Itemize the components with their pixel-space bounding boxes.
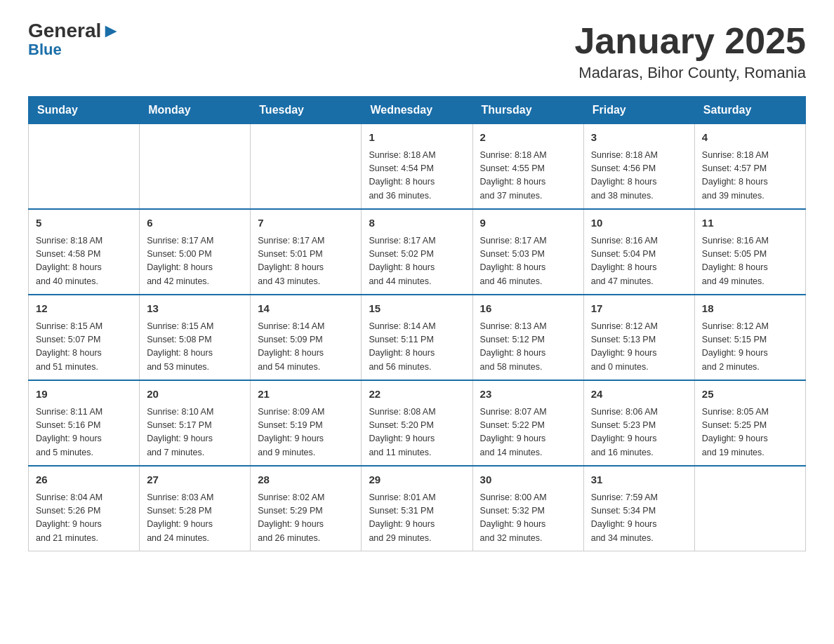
day-number: 27 — [147, 472, 243, 488]
calendar-day-24: 24Sunrise: 8:06 AMSunset: 5:23 PMDayligh… — [583, 380, 694, 466]
day-info: Sunrise: 8:10 AMSunset: 5:17 PMDaylight:… — [147, 405, 243, 460]
day-number: 10 — [591, 215, 687, 232]
subtitle: Madaras, Bihor County, Romania — [574, 64, 806, 82]
day-info: Sunrise: 8:17 AMSunset: 5:00 PMDaylight:… — [147, 234, 243, 289]
day-number: 6 — [147, 215, 243, 232]
calendar-day-6: 6Sunrise: 8:17 AMSunset: 5:00 PMDaylight… — [140, 209, 251, 295]
calendar-header-friday: Friday — [583, 97, 694, 124]
calendar-day-3: 3Sunrise: 8:18 AMSunset: 4:56 PMDaylight… — [583, 124, 694, 210]
day-info: Sunrise: 8:18 AMSunset: 4:55 PMDaylight:… — [480, 149, 576, 203]
day-info: Sunrise: 8:18 AMSunset: 4:56 PMDaylight:… — [591, 149, 687, 203]
calendar-day-18: 18Sunrise: 8:12 AMSunset: 5:15 PMDayligh… — [694, 295, 805, 380]
day-number: 7 — [258, 215, 354, 232]
day-info: Sunrise: 8:05 AMSunset: 5:25 PMDaylight:… — [702, 405, 798, 460]
calendar-header-monday: Monday — [140, 97, 251, 124]
day-number: 26 — [36, 472, 132, 488]
day-number: 24 — [591, 387, 687, 403]
day-number: 30 — [480, 472, 576, 488]
day-info: Sunrise: 8:13 AMSunset: 5:12 PMDaylight:… — [480, 320, 576, 375]
calendar-header-thursday: Thursday — [472, 97, 583, 124]
day-info: Sunrise: 8:18 AMSunset: 4:58 PMDaylight:… — [36, 234, 132, 289]
day-info: Sunrise: 8:02 AMSunset: 5:29 PMDaylight:… — [258, 491, 354, 546]
day-number: 13 — [147, 301, 243, 317]
calendar-day-26: 26Sunrise: 8:04 AMSunset: 5:26 PMDayligh… — [29, 466, 140, 551]
calendar-day-29: 29Sunrise: 8:01 AMSunset: 5:31 PMDayligh… — [362, 466, 472, 551]
calendar-week-row: 12Sunrise: 8:15 AMSunset: 5:07 PMDayligh… — [29, 295, 806, 380]
day-number: 21 — [258, 387, 354, 403]
day-number: 20 — [147, 387, 243, 403]
calendar-day-19: 19Sunrise: 8:11 AMSunset: 5:16 PMDayligh… — [29, 380, 140, 466]
calendar-header-row: SundayMondayTuesdayWednesdayThursdayFrid… — [29, 97, 806, 124]
calendar-day-10: 10Sunrise: 8:16 AMSunset: 5:04 PMDayligh… — [583, 209, 694, 295]
day-info: Sunrise: 8:14 AMSunset: 5:09 PMDaylight:… — [258, 320, 354, 375]
day-number: 31 — [591, 472, 687, 488]
day-info: Sunrise: 8:12 AMSunset: 5:13 PMDaylight:… — [591, 320, 687, 375]
logo: General► Blue — [28, 21, 121, 59]
calendar-day-4: 4Sunrise: 8:18 AMSunset: 4:57 PMDaylight… — [694, 124, 805, 210]
calendar-day-13: 13Sunrise: 8:15 AMSunset: 5:08 PMDayligh… — [140, 295, 251, 380]
day-info: Sunrise: 8:15 AMSunset: 5:07 PMDaylight:… — [36, 320, 132, 375]
day-info: Sunrise: 8:03 AMSunset: 5:28 PMDaylight:… — [147, 491, 243, 546]
day-info: Sunrise: 8:01 AMSunset: 5:31 PMDaylight:… — [369, 491, 465, 546]
calendar-day-5: 5Sunrise: 8:18 AMSunset: 4:58 PMDaylight… — [29, 209, 140, 295]
calendar-empty-cell — [140, 124, 251, 210]
day-info: Sunrise: 8:16 AMSunset: 5:05 PMDaylight:… — [702, 234, 798, 289]
day-info: Sunrise: 8:16 AMSunset: 5:04 PMDaylight:… — [591, 234, 687, 289]
calendar-table: SundayMondayTuesdayWednesdayThursdayFrid… — [28, 96, 806, 551]
day-number: 18 — [702, 301, 798, 317]
day-info: Sunrise: 8:04 AMSunset: 5:26 PMDaylight:… — [36, 491, 132, 546]
calendar-day-31: 31Sunrise: 7:59 AMSunset: 5:34 PMDayligh… — [583, 466, 694, 551]
calendar-empty-cell — [29, 124, 140, 210]
day-number: 16 — [480, 301, 576, 317]
calendar-header-tuesday: Tuesday — [251, 97, 362, 124]
day-number: 14 — [258, 301, 354, 317]
day-info: Sunrise: 8:14 AMSunset: 5:11 PMDaylight:… — [369, 320, 465, 375]
day-info: Sunrise: 8:09 AMSunset: 5:19 PMDaylight:… — [258, 405, 354, 460]
day-info: Sunrise: 8:17 AMSunset: 5:01 PMDaylight:… — [258, 234, 354, 289]
calendar-header-saturday: Saturday — [694, 97, 805, 124]
calendar-week-row: 19Sunrise: 8:11 AMSunset: 5:16 PMDayligh… — [29, 380, 806, 466]
day-number: 28 — [258, 472, 354, 488]
logo-arrow-icon: ► — [101, 20, 121, 41]
day-info: Sunrise: 8:12 AMSunset: 5:15 PMDaylight:… — [702, 320, 798, 375]
day-info: Sunrise: 8:17 AMSunset: 5:03 PMDaylight:… — [480, 234, 576, 289]
calendar-day-11: 11Sunrise: 8:16 AMSunset: 5:05 PMDayligh… — [694, 209, 805, 295]
day-info: Sunrise: 8:06 AMSunset: 5:23 PMDaylight:… — [591, 405, 687, 460]
calendar-day-14: 14Sunrise: 8:14 AMSunset: 5:09 PMDayligh… — [251, 295, 362, 380]
calendar-week-row: 26Sunrise: 8:04 AMSunset: 5:26 PMDayligh… — [29, 466, 806, 551]
calendar-week-row: 5Sunrise: 8:18 AMSunset: 4:58 PMDaylight… — [29, 209, 806, 295]
calendar-day-30: 30Sunrise: 8:00 AMSunset: 5:32 PMDayligh… — [472, 466, 583, 551]
calendar-day-27: 27Sunrise: 8:03 AMSunset: 5:28 PMDayligh… — [140, 466, 251, 551]
day-number: 1 — [369, 130, 465, 146]
calendar-day-16: 16Sunrise: 8:13 AMSunset: 5:12 PMDayligh… — [472, 295, 583, 380]
day-number: 11 — [702, 215, 798, 232]
calendar-day-23: 23Sunrise: 8:07 AMSunset: 5:22 PMDayligh… — [472, 380, 583, 466]
day-info: Sunrise: 8:07 AMSunset: 5:22 PMDaylight:… — [480, 405, 576, 460]
day-info: Sunrise: 8:15 AMSunset: 5:08 PMDaylight:… — [147, 320, 243, 375]
calendar-day-15: 15Sunrise: 8:14 AMSunset: 5:11 PMDayligh… — [362, 295, 472, 380]
day-number: 19 — [36, 387, 132, 403]
calendar-empty-cell — [251, 124, 362, 210]
calendar-day-20: 20Sunrise: 8:10 AMSunset: 5:17 PMDayligh… — [140, 380, 251, 466]
day-number: 15 — [369, 301, 465, 317]
day-number: 5 — [36, 215, 132, 232]
calendar-day-28: 28Sunrise: 8:02 AMSunset: 5:29 PMDayligh… — [251, 466, 362, 551]
logo-blue-text: Blue — [28, 41, 62, 59]
day-info: Sunrise: 8:11 AMSunset: 5:16 PMDaylight:… — [36, 405, 132, 460]
calendar-day-12: 12Sunrise: 8:15 AMSunset: 5:07 PMDayligh… — [29, 295, 140, 380]
calendar-empty-cell — [694, 466, 805, 551]
calendar-day-7: 7Sunrise: 8:17 AMSunset: 5:01 PMDaylight… — [251, 209, 362, 295]
calendar-day-2: 2Sunrise: 8:18 AMSunset: 4:55 PMDaylight… — [472, 124, 583, 210]
main-title: January 2025 — [574, 21, 806, 61]
day-number: 23 — [480, 387, 576, 403]
calendar-day-8: 8Sunrise: 8:17 AMSunset: 5:02 PMDaylight… — [362, 209, 472, 295]
day-number: 2 — [480, 130, 576, 146]
day-info: Sunrise: 8:17 AMSunset: 5:02 PMDaylight:… — [369, 234, 465, 289]
calendar-day-17: 17Sunrise: 8:12 AMSunset: 5:13 PMDayligh… — [583, 295, 694, 380]
calendar-week-row: 1Sunrise: 8:18 AMSunset: 4:54 PMDaylight… — [29, 124, 806, 210]
calendar-day-21: 21Sunrise: 8:09 AMSunset: 5:19 PMDayligh… — [251, 380, 362, 466]
calendar-day-25: 25Sunrise: 8:05 AMSunset: 5:25 PMDayligh… — [694, 380, 805, 466]
day-number: 17 — [591, 301, 687, 317]
day-number: 9 — [480, 215, 576, 232]
day-info: Sunrise: 8:08 AMSunset: 5:20 PMDaylight:… — [369, 405, 465, 460]
